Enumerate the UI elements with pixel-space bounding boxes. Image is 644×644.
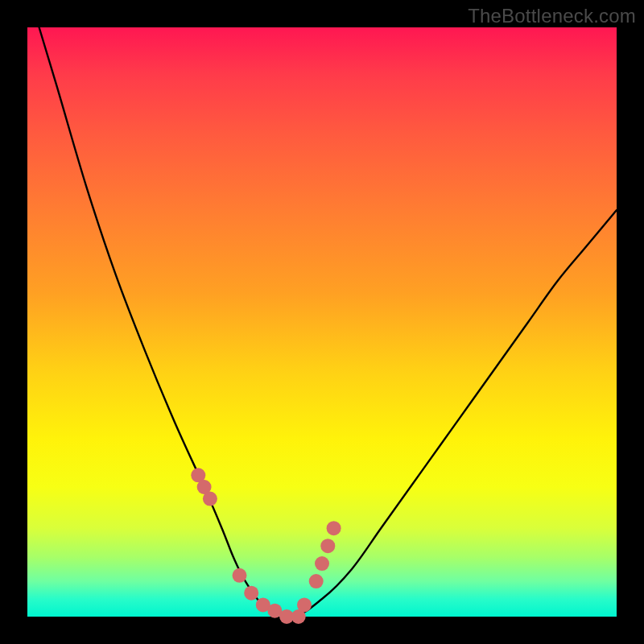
highlight-dot (291, 609, 306, 624)
highlight-dot (320, 539, 335, 553)
highlight-dot (191, 468, 205, 482)
bottleneck-curve-path (39, 27, 617, 617)
bottleneck-curve (39, 27, 617, 617)
chart-frame: TheBottleneck.com (0, 0, 644, 644)
highlight-dots (191, 468, 341, 624)
highlight-dot (279, 609, 294, 624)
highlight-dot (327, 521, 341, 535)
highlight-dot (203, 492, 217, 506)
highlight-dot (244, 586, 258, 601)
watermark-text: TheBottleneck.com (468, 5, 636, 27)
highlight-dot (297, 597, 312, 612)
highlight-dot (256, 597, 270, 612)
highlight-dot (267, 604, 282, 618)
highlight-dot (309, 574, 324, 588)
plot-area (27, 27, 617, 617)
curve-svg (27, 27, 617, 617)
highlight-dot (315, 556, 329, 571)
highlight-dot (197, 480, 212, 494)
highlight-dot (233, 568, 247, 583)
